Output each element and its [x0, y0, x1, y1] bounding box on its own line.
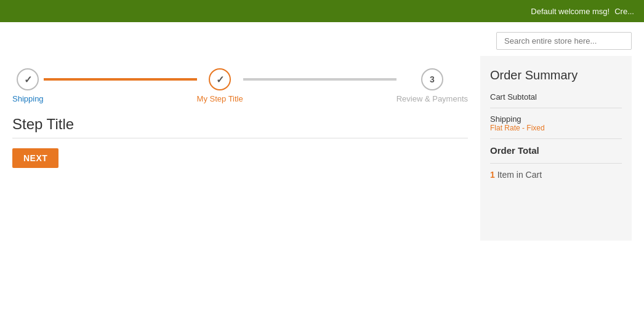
connector-2: [243, 78, 396, 81]
items-in-cart: 1 Item in Cart: [490, 170, 622, 180]
summary-divider-1: [490, 108, 622, 108]
step-circle-review: 3: [421, 68, 443, 90]
checkmark-icon: ✓: [24, 74, 32, 86]
cart-subtotal-row: Cart Subtotal: [490, 92, 622, 102]
order-summary-panel: Order Summary Cart Subtotal Shipping Fla…: [480, 56, 632, 241]
order-total-label: Order Total: [490, 145, 622, 156]
order-summary-title: Order Summary: [490, 68, 622, 82]
step-label-review: Review & Payments: [396, 94, 468, 103]
next-button[interactable]: Next: [12, 148, 58, 168]
step-review[interactable]: 3 Review & Payments: [396, 68, 468, 103]
items-label-text: Item in Cart: [497, 170, 542, 180]
create-link[interactable]: Cre...: [614, 7, 634, 16]
divider: [12, 138, 468, 138]
step-number-review: 3: [430, 74, 435, 84]
content-area: ✓ Shipping ✓ My Step Title 3 Review &: [12, 56, 480, 241]
shipping-row: Shipping Flat Rate - Fixed: [490, 114, 622, 132]
header: [0, 22, 644, 50]
checkmark-icon-2: ✓: [216, 74, 224, 86]
step-label-shipping: Shipping: [12, 94, 44, 103]
step-circle-my-step: ✓: [209, 68, 231, 90]
step-my-step[interactable]: ✓ My Step Title: [197, 68, 243, 103]
cart-subtotal-label: Cart Subtotal: [490, 92, 622, 102]
step-label-my-step: My Step Title: [197, 94, 243, 103]
main-layout: ✓ Shipping ✓ My Step Title 3 Review &: [0, 50, 644, 253]
items-count: 1: [490, 170, 495, 180]
step-circle-shipping: ✓: [17, 68, 39, 90]
shipping-label: Shipping: [490, 114, 622, 124]
summary-divider-2: [490, 138, 622, 139]
step-shipping[interactable]: ✓ Shipping: [12, 68, 44, 103]
search-input[interactable]: [496, 32, 632, 50]
steps-wizard: ✓ Shipping ✓ My Step Title 3 Review &: [12, 56, 468, 110]
shipping-sublabel: Flat Rate - Fixed: [490, 124, 622, 132]
summary-divider-3: [490, 163, 622, 164]
welcome-message: Default welcome msg!: [531, 7, 610, 16]
page-title: Step Title: [12, 116, 468, 133]
connector-1: [44, 78, 197, 81]
top-bar: Default welcome msg! Cre...: [0, 0, 644, 22]
